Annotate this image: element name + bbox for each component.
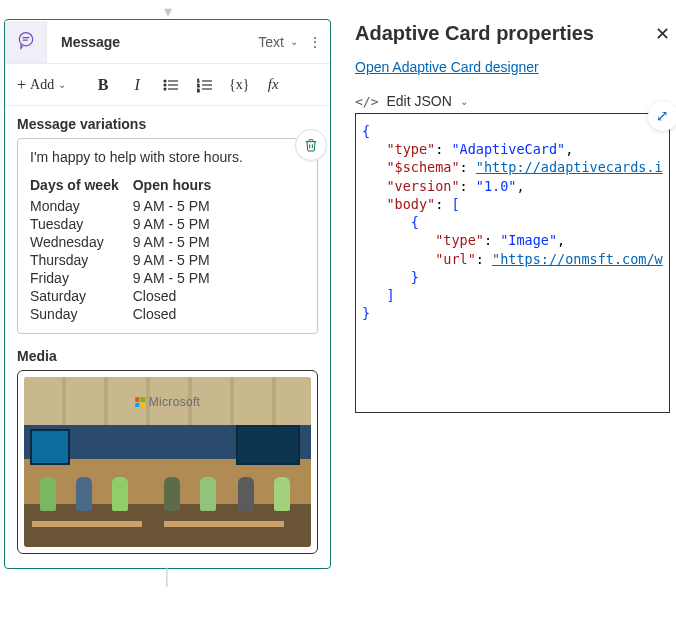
expand-editor-button[interactable]: ⤢ xyxy=(648,101,676,131)
numbered-list-button[interactable]: 123 xyxy=(190,70,220,100)
chevron-down-icon: ⌄ xyxy=(460,96,468,107)
media-attachment[interactable]: Microsoft xyxy=(17,370,318,554)
svg-point-3 xyxy=(164,88,166,90)
table-row: SaturdayClosed xyxy=(30,287,225,305)
add-button[interactable]: + Add ⌄ xyxy=(11,70,72,100)
table-row: Friday9 AM - 5 PM xyxy=(30,269,225,287)
node-header: Message Text ⌄ ⋮ xyxy=(5,20,330,64)
hours-day: Tuesday xyxy=(30,215,133,233)
table-row: Thursday9 AM - 5 PM xyxy=(30,251,225,269)
close-button[interactable]: ✕ xyxy=(655,23,670,45)
message-node: Message Text ⌄ ⋮ + Add ⌄ B I 123 {x} fx xyxy=(4,19,331,569)
hours-day: Monday xyxy=(30,197,133,215)
add-label: Add xyxy=(30,77,54,93)
bullet-list-button[interactable] xyxy=(156,70,186,100)
hours-day: Saturday xyxy=(30,287,133,305)
edit-json-label: Edit JSON xyxy=(386,93,451,109)
formatting-toolbar: + Add ⌄ B I 123 {x} fx xyxy=(5,64,330,106)
hours-value: Closed xyxy=(133,287,226,305)
hours-day: Sunday xyxy=(30,305,133,323)
json-editor[interactable]: { "type": "AdaptiveCard", "$schema": "ht… xyxy=(355,113,670,413)
table-row: SundayClosed xyxy=(30,305,225,323)
message-body: Message variations I'm happy to help wit… xyxy=(5,106,330,568)
panel-title: Adaptive Card properties xyxy=(355,22,594,45)
svg-point-2 xyxy=(164,84,166,86)
message-type-label: Text xyxy=(258,34,284,50)
hours-header-day: Days of week xyxy=(30,175,133,197)
hours-value: 9 AM - 5 PM xyxy=(133,269,226,287)
italic-button[interactable]: I xyxy=(122,70,152,100)
message-variation[interactable]: I'm happy to help with store hours. Days… xyxy=(17,138,318,334)
message-type-dropdown[interactable]: Text ⌄ xyxy=(258,34,306,50)
hours-day: Thursday xyxy=(30,251,133,269)
svg-text:3: 3 xyxy=(197,88,200,93)
hours-table: Days of week Open hours Monday9 AM - 5 P… xyxy=(30,175,225,323)
hours-value: 9 AM - 5 PM xyxy=(133,233,226,251)
hours-header-open: Open hours xyxy=(133,175,226,197)
svg-point-1 xyxy=(164,80,166,82)
chevron-down-icon: ⌄ xyxy=(58,79,66,90)
node-title: Message xyxy=(47,34,258,50)
edit-json-dropdown[interactable]: </> Edit JSON ⌄ xyxy=(355,93,670,109)
chevron-down-icon: ⌄ xyxy=(290,36,298,47)
media-heading: Media xyxy=(17,348,318,364)
hours-value: 9 AM - 5 PM xyxy=(133,215,226,233)
variation-intro-text: I'm happy to help with store hours. xyxy=(30,149,305,165)
flow-arrow-in-icon: ▾ xyxy=(164,4,172,20)
formula-button[interactable]: fx xyxy=(258,70,288,100)
code-icon: </> xyxy=(355,94,378,109)
chat-icon xyxy=(5,21,47,63)
more-menu-icon[interactable]: ⋮ xyxy=(306,34,330,50)
media-image: Microsoft xyxy=(24,377,311,547)
microsoft-logo: Microsoft xyxy=(135,395,200,409)
table-row: Tuesday9 AM - 5 PM xyxy=(30,215,225,233)
delete-variation-button[interactable] xyxy=(295,129,327,161)
hours-value: 9 AM - 5 PM xyxy=(133,197,226,215)
flow-arrow-out-icon: │ xyxy=(163,569,173,585)
variable-button[interactable]: {x} xyxy=(224,70,254,100)
variations-heading: Message variations xyxy=(17,116,318,132)
properties-panel: Adaptive Card properties ✕ Open Adaptive… xyxy=(331,0,676,629)
hours-value: Closed xyxy=(133,305,226,323)
hours-value: 9 AM - 5 PM xyxy=(133,251,226,269)
plus-icon: + xyxy=(17,76,26,94)
hours-day: Wednesday xyxy=(30,233,133,251)
svg-point-0 xyxy=(19,33,32,46)
table-row: Wednesday9 AM - 5 PM xyxy=(30,233,225,251)
hours-day: Friday xyxy=(30,269,133,287)
open-designer-link[interactable]: Open Adaptive Card designer xyxy=(355,59,539,75)
table-row: Monday9 AM - 5 PM xyxy=(30,197,225,215)
bold-button[interactable]: B xyxy=(88,70,118,100)
